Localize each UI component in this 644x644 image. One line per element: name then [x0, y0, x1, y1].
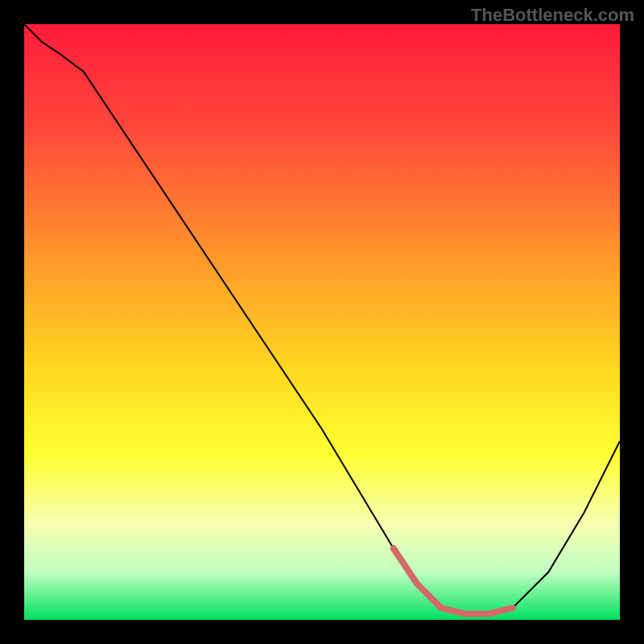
attribution-label: TheBottleneck.com	[471, 5, 634, 26]
chart-container: TheBottleneck.com	[0, 0, 644, 644]
plot-area	[24, 24, 620, 620]
gradient-background	[24, 24, 620, 620]
chart-svg	[24, 24, 620, 620]
